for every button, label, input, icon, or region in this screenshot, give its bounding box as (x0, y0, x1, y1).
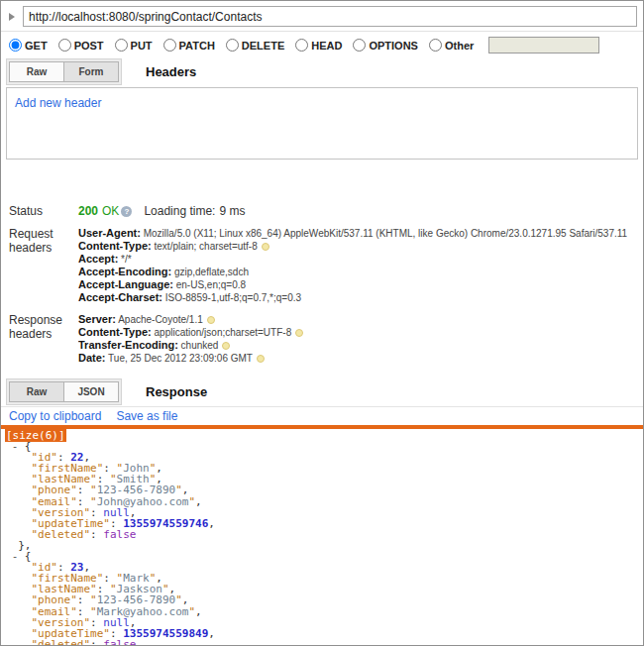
tab-json[interactable]: JSON (63, 381, 119, 402)
header-name: Content-Type: (78, 240, 152, 252)
json-comma: , (208, 627, 215, 640)
tab-form[interactable]: Form (63, 61, 119, 82)
response-headers-label: Response headers (9, 313, 78, 365)
rest-client-window: GETPOSTPUTPATCHDELETEHEADOPTIONSOther Ra… (0, 0, 644, 646)
header-hint-bulb-icon[interactable] (222, 342, 230, 350)
request-headers-label: Request headers (9, 227, 78, 304)
method-label-get: GET (25, 40, 48, 52)
header-entry: Content-Type: application/json;charset=U… (78, 326, 303, 339)
header-name: Accept-Encoding: (78, 266, 171, 277)
method-radio-delete[interactable] (226, 39, 239, 52)
status-label: Status (9, 204, 78, 218)
method-radio-get[interactable] (9, 39, 22, 52)
response-actions-row: Copy to clipboardSave as file (1, 406, 643, 425)
method-label-post: POST (74, 40, 104, 52)
headers-tabgroup: RawForm (6, 58, 122, 85)
copy-to-clipboard-link[interactable]: Copy to clipboard (9, 409, 101, 423)
header-name: Date: (78, 352, 106, 364)
result-info-area: Status 200 OK ? Loading time: 9 ms Reque… (1, 160, 643, 365)
request-headers-list: User-Agent: Mozilla/5.0 (X11; Linux x86_… (78, 227, 627, 304)
method-radio-other[interactable] (429, 39, 442, 52)
json-array-size-line: [size(6)] (5, 430, 639, 441)
header-entry: Date: Tue, 25 Dec 2012 23:09:06 GMT (78, 352, 303, 365)
header-entry: Transfer-Encoding: chunked (78, 339, 303, 352)
json-key: "deleted" (32, 638, 91, 646)
tab-raw[interactable]: Raw (9, 381, 64, 402)
header-entry: Accept-Language: en-US,en;q=0.8 (78, 278, 627, 291)
header-name: Accept: (78, 253, 118, 265)
method-option-get[interactable]: GET (9, 39, 48, 52)
json-colon: : (90, 638, 103, 646)
status-code: 200 (78, 204, 98, 218)
json-response-body: [size(6)] - { "id": 22, "firstName": "Jo… (1, 429, 643, 646)
loading-time-value: 9 ms (219, 204, 245, 218)
header-entry: Server: Apache-Coyote/1.1 (78, 313, 303, 326)
method-radio-patch[interactable] (163, 39, 176, 52)
expander-arrow-icon[interactable] (9, 13, 15, 21)
header-hint-bulb-icon[interactable] (257, 355, 265, 363)
method-label-other: Other (445, 40, 474, 52)
method-option-options[interactable]: OPTIONS (353, 39, 418, 52)
request-headers-row: Request headers User-Agent: Mozilla/5.0 … (1, 227, 643, 304)
loading-time-label: Loading time: (144, 204, 215, 218)
url-input[interactable] (23, 6, 637, 27)
method-option-post[interactable]: POST (58, 39, 104, 52)
status-row: Status 200 OK ? Loading time: 9 ms (1, 204, 643, 218)
json-line: - { (5, 441, 639, 452)
json-colon: : (90, 528, 103, 541)
header-name: Accept-Charset: (78, 291, 162, 303)
header-hint-bulb-icon[interactable] (262, 243, 269, 251)
method-label-patch: PATCH (179, 40, 215, 52)
json-line: "deleted": false (5, 529, 639, 540)
json-comma: , (208, 517, 215, 530)
json-comma: , (195, 495, 202, 508)
method-radio-head[interactable] (295, 39, 308, 52)
header-name: Accept-Language: (78, 278, 173, 290)
response-tabstrip: RawJSON Response (1, 377, 643, 406)
header-hint-bulb-icon[interactable] (295, 329, 303, 337)
save-as-file-link[interactable]: Save as file (116, 409, 177, 423)
header-name: User-Agent: (78, 227, 141, 239)
headers-editor-panel: Add new header (6, 87, 638, 160)
method-radio-options[interactable] (353, 39, 366, 52)
tab-raw[interactable]: Raw (9, 61, 64, 82)
headers-tabstrip: RawForm Headers (1, 57, 643, 86)
response-section-title: Response (146, 384, 207, 399)
method-radio-group: GETPOSTPUTPATCHDELETEHEADOPTIONSOther (1, 32, 643, 57)
json-line: - { (5, 551, 639, 562)
status-help-icon[interactable]: ? (121, 206, 132, 217)
status-value: 200 OK ? Loading time: 9 ms (78, 204, 245, 218)
response-tabgroup: RawJSON (6, 378, 122, 405)
method-label-delete: DELETE (242, 40, 284, 52)
other-method-input[interactable] (488, 37, 599, 54)
header-entry: Accept-Charset: ISO-8859-1,utf-8;q=0.7,*… (78, 291, 627, 304)
response-headers-list: Server: Apache-Coyote/1.1Content-Type: a… (78, 313, 303, 365)
json-key: "deleted" (32, 528, 91, 541)
header-name: Server: (78, 313, 116, 325)
json-line: "deleted": false (5, 639, 639, 646)
method-option-delete[interactable]: DELETE (226, 39, 284, 52)
method-option-other[interactable]: Other (429, 39, 474, 52)
method-radio-put[interactable] (115, 39, 128, 52)
header-entry: Content-Type: text/plain; charset=utf-8 (78, 240, 627, 253)
method-option-patch[interactable]: PATCH (163, 39, 215, 52)
json-comma: , (195, 605, 202, 618)
json-boolean-value: false (103, 638, 136, 646)
status-text: OK (102, 204, 119, 218)
header-entry: User-Agent: Mozilla/5.0 (X11; Linux x86_… (78, 227, 627, 240)
method-option-put[interactable]: PUT (115, 39, 153, 52)
header-entry: Accept-Encoding: gzip,deflate,sdch (78, 266, 627, 278)
method-radio-post[interactable] (58, 39, 71, 52)
json-line: }, (5, 540, 639, 551)
url-bar (1, 1, 643, 32)
header-entry: Accept: */* (78, 253, 627, 266)
method-label-head: HEAD (311, 40, 342, 52)
json-boolean-value: false (103, 528, 136, 541)
header-name: Content-Type: (78, 326, 152, 338)
add-new-header-link[interactable]: Add new header (15, 96, 101, 110)
headers-section-title: Headers (146, 64, 196, 79)
method-label-options: OPTIONS (369, 40, 418, 52)
method-option-head[interactable]: HEAD (295, 39, 342, 52)
header-name: Transfer-Encoding: (78, 339, 178, 351)
header-hint-bulb-icon[interactable] (207, 316, 215, 324)
